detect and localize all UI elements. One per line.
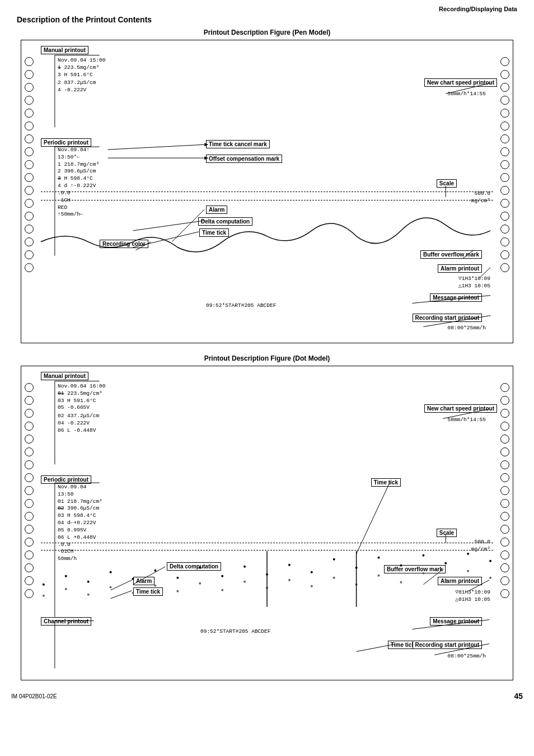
- dot-dashed-line-2: [41, 550, 493, 550]
- circle-16: [25, 250, 34, 259]
- svg-point-37: [467, 553, 469, 555]
- svg-line-71: [111, 591, 132, 599]
- svg-point-59: [489, 577, 491, 579]
- dot-periodic-printout-label: Periodic printout: [41, 475, 91, 484]
- circle-2: [25, 70, 34, 79]
- pen-delta-computation-label: Delta computation: [198, 217, 252, 226]
- svg-line-2: [108, 144, 205, 150]
- rcircle-2: [500, 70, 509, 79]
- circle-3: [25, 83, 34, 92]
- dot-recording-start-label: Recording start printout: [413, 641, 482, 649]
- dot-circle-3: [25, 409, 34, 418]
- dot-rcircle-7: [500, 460, 509, 469]
- rcircle-14: [500, 225, 509, 234]
- rcircle-3: [500, 83, 509, 92]
- circle-5: [25, 109, 34, 118]
- rcircle-5: [500, 109, 509, 118]
- pen-dashed-line-1: [41, 192, 493, 192]
- rcircle-1: [500, 57, 509, 66]
- svg-point-27: [243, 566, 246, 568]
- svg-point-20: [87, 581, 90, 583]
- svg-point-46: [199, 582, 201, 585]
- pen-recording-start-data: 08:00*25mm/h: [448, 325, 486, 332]
- dot-alarm-label: Alarm: [133, 577, 154, 585]
- svg-point-18: [43, 584, 45, 586]
- circle-1: [25, 57, 34, 66]
- dot-circle-17: [25, 589, 34, 598]
- dot-rcircle-5: [500, 435, 509, 444]
- svg-point-52: [333, 577, 335, 579]
- rcircle-17: [500, 263, 509, 272]
- svg-point-24: [176, 577, 179, 579]
- pen-alarm-printout-label: Alarm printout: [438, 264, 482, 273]
- svg-point-50: [288, 579, 291, 581]
- pen-message-data: 09:52*START#205 ABCDEF: [206, 302, 276, 310]
- rcircle-9: [500, 160, 509, 169]
- pen-recording-color-label: Recording color: [100, 240, 148, 248]
- dot-circle-13: [25, 538, 34, 547]
- svg-point-33: [378, 557, 380, 559]
- svg-point-38: [489, 560, 491, 562]
- circle-15: [25, 237, 34, 246]
- dot-circle-10: [25, 499, 34, 508]
- dot-rcircle-6: [500, 447, 509, 456]
- circle-13: [25, 212, 34, 221]
- svg-point-28: [266, 573, 268, 576]
- dot-circle-7: [25, 460, 34, 469]
- svg-line-11: [133, 221, 205, 231]
- footer-left: IM 04P02B01-02E: [11, 693, 57, 699]
- dot-rcircle-15: [500, 563, 509, 572]
- rcircle-16: [500, 250, 509, 259]
- dot-buffer-overflow-label: Buffer overflow mark: [384, 565, 446, 573]
- dot-alarm-data: ▽01H3*10:09 △01H3 10:05: [455, 589, 490, 604]
- dot-rcircle-10: [500, 499, 509, 508]
- dot-right-circles: [500, 383, 509, 600]
- svg-point-39: [43, 595, 45, 597]
- dot-rcircle-1: [500, 383, 509, 392]
- circle-12: [25, 199, 34, 208]
- dot-manual-data: Nov.09.04 16:00 01 223.5mg/cm³ 03 H 591.…: [58, 383, 106, 435]
- svg-point-49: [266, 587, 268, 589]
- svg-point-53: [355, 584, 358, 586]
- footer-right: 45: [514, 692, 523, 701]
- circle-10: [25, 173, 34, 182]
- rcircle-6: [500, 122, 509, 130]
- pen-right-circles: [500, 57, 509, 274]
- dot-rcircle-16: [500, 576, 509, 585]
- pen-new-chart-speed-label: New chart speed printout: [424, 78, 497, 87]
- svg-point-48: [243, 581, 246, 583]
- svg-line-70: [111, 580, 132, 590]
- svg-point-55: [400, 581, 402, 584]
- dot-message-data: 09:52*START#205 ABCDEF: [200, 628, 270, 636]
- svg-point-26: [221, 575, 223, 577]
- circle-9: [25, 160, 34, 169]
- circle-7: [25, 134, 34, 143]
- dot-rcircle-12: [500, 525, 509, 534]
- dot-new-chart-speed-label: New chart speed printout: [424, 404, 497, 413]
- dot-circle-1: [25, 383, 34, 392]
- dot-alarm-printout-label: Alarm printout: [438, 577, 482, 585]
- svg-point-36: [444, 562, 447, 564]
- svg-point-51: [311, 585, 313, 587]
- dot-circle-12: [25, 525, 34, 534]
- rcircle-4: [500, 96, 509, 105]
- dot-model-diagram: Manual printout Nov.09.04 16:00 01 223.5…: [21, 366, 513, 680]
- svg-point-41: [87, 594, 90, 596]
- pen-manual-printout-label: Manual printout: [41, 46, 88, 54]
- svg-point-23: [154, 570, 156, 572]
- section-title: Description of the Printout Contents: [17, 15, 523, 24]
- rcircle-7: [500, 134, 509, 143]
- svg-point-47: [221, 589, 223, 591]
- dot-circle-2: [25, 396, 34, 405]
- svg-point-29: [288, 564, 291, 566]
- rcircle-11: [500, 186, 509, 195]
- dot-rcircle-9: [500, 486, 509, 495]
- dot-rcircle-17: [500, 589, 509, 598]
- svg-point-35: [422, 554, 424, 557]
- svg-point-54: [378, 575, 380, 577]
- circle-6: [25, 122, 34, 130]
- page-header: Recording/Displaying Data: [11, 6, 523, 12]
- dot-left-circles: [25, 383, 34, 600]
- pen-periodic-data: Nov.09.04↑ 13:50*← 1 218.7mg/cm³ 2 390.6…: [58, 147, 99, 218]
- svg-point-30: [311, 571, 313, 573]
